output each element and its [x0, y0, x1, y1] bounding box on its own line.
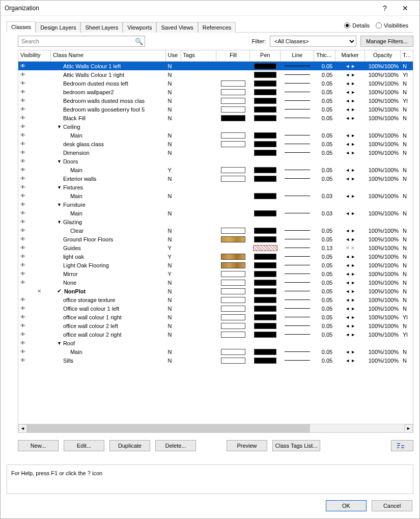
opacity-cell[interactable] — [365, 200, 401, 209]
opacity-cell[interactable] — [365, 339, 401, 347]
thickness-cell[interactable]: 0.05 — [314, 114, 335, 122]
marker-cell[interactable]: ◄ ► — [335, 356, 365, 365]
line-cell[interactable] — [281, 183, 314, 192]
tags-cell[interactable] — [181, 321, 217, 330]
line-cell[interactable] — [281, 313, 314, 321]
texture-cell[interactable]: N — [401, 287, 413, 295]
visibility-cell[interactable]: 👁 — [18, 200, 51, 209]
pen-cell[interactable] — [250, 122, 281, 131]
fill-cell[interactable] — [216, 339, 250, 347]
opacity-cell[interactable]: 100%/100% — [365, 330, 401, 339]
opacity-cell[interactable]: 100%/100% — [365, 79, 401, 88]
pen-cell[interactable] — [250, 313, 281, 321]
table-row[interactable]: 👁light oakY0.05◄ ►100%/100%N — [18, 252, 413, 261]
tab-saved-views[interactable]: Saved Views — [156, 22, 198, 33]
thickness-cell[interactable]: 0.05 — [314, 304, 335, 313]
marker-cell[interactable]: ◄ ► — [335, 235, 365, 243]
fill-cell[interactable] — [216, 252, 250, 261]
fill-cell[interactable] — [216, 269, 250, 278]
tab-viewports[interactable]: Viewports — [123, 22, 156, 33]
table-row[interactable]: 👁MainN0.03◄ ►100%/100%N — [18, 192, 413, 200]
use-cell[interactable]: N — [166, 62, 181, 70]
fill-cell[interactable] — [216, 174, 250, 183]
texture-cell[interactable]: N — [401, 278, 413, 287]
opacity-cell[interactable] — [365, 122, 401, 131]
texture-cell[interactable]: N — [401, 295, 413, 304]
table-row[interactable]: 👁▼Furniture — [18, 200, 413, 209]
use-cell[interactable]: Y — [166, 269, 181, 278]
opacity-cell[interactable]: 100%/100% — [365, 166, 401, 174]
tags-cell[interactable] — [181, 166, 217, 174]
fill-cell[interactable] — [216, 287, 250, 295]
fill-cell[interactable] — [216, 313, 250, 321]
visibility-cell[interactable]: 👁 — [18, 339, 51, 347]
delete-button[interactable]: Delete... — [155, 440, 196, 451]
fill-cell[interactable] — [216, 209, 250, 217]
fill-cell[interactable] — [216, 105, 250, 114]
texture-cell[interactable]: N — [401, 209, 413, 217]
thickness-cell[interactable]: 0.05 — [314, 226, 335, 235]
pen-cell[interactable] — [250, 62, 281, 70]
line-cell[interactable] — [281, 166, 314, 174]
tags-cell[interactable] — [181, 356, 217, 365]
table-row[interactable]: 👁desk glass classN0.05◄ ►100%/100%N — [18, 140, 413, 148]
table-row[interactable]: 👁MainN0.05◄ ►100%/100%N — [18, 347, 413, 356]
visibility-cell[interactable]: 👁 — [18, 174, 51, 183]
table-row[interactable]: 👁MainN0.03◄ ►100%/100%N — [18, 209, 413, 217]
marker-cell[interactable]: ◄ ► — [335, 278, 365, 287]
pen-cell[interactable] — [250, 295, 281, 304]
table-row[interactable]: 👁▼Fixtures — [18, 183, 413, 192]
tags-cell[interactable] — [181, 295, 217, 304]
pen-cell[interactable] — [250, 278, 281, 287]
class-name-cell[interactable]: Attic Walls Colour 1 right — [51, 70, 166, 79]
visibility-cell[interactable]: 👁 — [18, 70, 51, 79]
tags-cell[interactable] — [181, 261, 217, 269]
tags-cell[interactable] — [181, 192, 217, 200]
opacity-cell[interactable] — [365, 217, 401, 226]
radio-visibilities[interactable]: Visibilities — [376, 22, 408, 29]
thickness-cell[interactable]: 0.05 — [314, 347, 335, 356]
opacity-cell[interactable]: 100%/100% — [365, 209, 401, 217]
thickness-cell[interactable]: 0.03 — [314, 192, 335, 200]
thickness-cell[interactable]: 0.05 — [314, 166, 335, 174]
line-cell[interactable] — [281, 339, 314, 347]
fill-cell[interactable] — [216, 140, 250, 148]
radio-details[interactable]: Details — [344, 22, 370, 29]
tab-sheet-layers[interactable]: Sheet Layers — [80, 22, 123, 33]
close-button[interactable]: ✕ — [395, 1, 415, 15]
class-name-cell[interactable]: Clear — [51, 226, 166, 235]
pen-cell[interactable] — [250, 261, 281, 269]
thickness-cell[interactable]: 0.05 — [314, 131, 335, 140]
line-cell[interactable] — [281, 70, 314, 79]
marker-cell[interactable]: ◄ ► — [335, 252, 365, 261]
thickness-cell[interactable]: 0.05 — [314, 96, 335, 105]
pen-cell[interactable] — [250, 148, 281, 157]
tags-cell[interactable] — [181, 269, 217, 278]
use-cell[interactable]: Y — [166, 166, 181, 174]
expand-arrow-icon[interactable]: ▼ — [57, 341, 62, 346]
class-name-cell[interactable]: Sills — [51, 356, 166, 365]
tab-classes[interactable]: Classes — [7, 21, 36, 33]
texture-cell[interactable]: N — [401, 243, 413, 252]
tags-cell[interactable] — [181, 339, 217, 347]
opacity-cell[interactable]: 100%/100% — [365, 226, 401, 235]
visibility-cell[interactable]: 👁 — [18, 105, 51, 114]
fill-cell[interactable] — [216, 295, 250, 304]
class-name-cell[interactable]: Attic Walls Colour 1 left — [51, 62, 166, 70]
pen-cell[interactable] — [250, 140, 281, 148]
col-texture[interactable]: Te... — [401, 50, 413, 61]
marker-cell[interactable]: ◄ ► — [335, 209, 365, 217]
line-cell[interactable] — [281, 174, 314, 183]
marker-cell[interactable]: ◄ ► — [335, 269, 365, 278]
table-row[interactable]: 👁Light Oak FlooringN0.05◄ ►100%/100%N — [18, 261, 413, 269]
pen-cell[interactable] — [250, 183, 281, 192]
thickness-cell[interactable] — [314, 217, 335, 226]
marker-cell[interactable]: ◄ ► — [335, 131, 365, 140]
class-name-cell[interactable]: Exterior walls — [51, 174, 166, 183]
thickness-cell[interactable]: 0.05 — [314, 62, 335, 70]
table-row[interactable]: 👁SillsN0.05◄ ►100%/100%N — [18, 356, 413, 365]
class-name-cell[interactable]: Black Fill — [51, 114, 166, 122]
use-cell[interactable] — [166, 339, 181, 347]
class-name-cell[interactable]: office wall colour 1 right — [51, 313, 166, 321]
col-class-name[interactable]: Class Name — [51, 50, 166, 61]
